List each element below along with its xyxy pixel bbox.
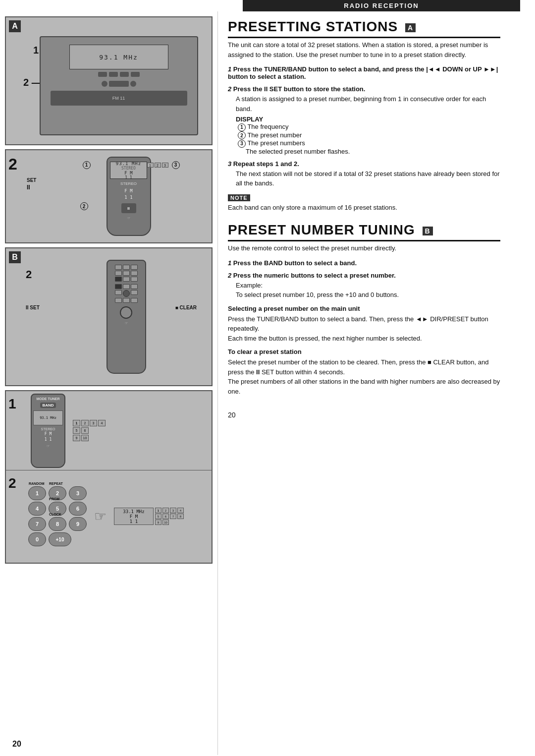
keypad-display: 33.1 MHz F M 1 1 1 2 3 4: [114, 508, 184, 525]
section-b: PRESET NUMBER TUNING B Use the remote co…: [228, 222, 500, 396]
key-1-label: RANDOM: [29, 482, 45, 485]
note-text: Each band can only store a maximum of 16…: [228, 203, 500, 213]
display-item-3: 3 The preset numbers: [238, 139, 500, 148]
key-plus10: +10: [49, 532, 71, 546]
page-number: 20: [228, 411, 500, 419]
section-a-desc: The unit can store a total of 32 preset …: [228, 40, 500, 59]
key-3: 3: [69, 486, 87, 500]
remote-screen-set: 93.1 MHz STEREO F M 1 1: [110, 162, 147, 179]
step-b-2-body: Example: To select preset number 10, pre…: [236, 281, 500, 300]
panel-b-content: 2 II SET ■ CLEAR 1: [6, 248, 212, 385]
step-a-3: 3 Repeat steps 1 and 2. The next station…: [228, 160, 500, 188]
keypad-label-2: 2: [8, 475, 16, 491]
panel-a: A 1 —— 2 —— 93.1 MHz: [5, 16, 213, 145]
panel-set-remote: 2 SET II 93.1 MHz STEREO F M 1 1: [5, 149, 213, 243]
b-ii-set: II SET: [26, 303, 40, 311]
key-8: CLOCK 8: [49, 517, 66, 531]
note-label: NOTE: [228, 194, 250, 201]
panel-numpad: 1 MODE TUNER BAND 93.1 MHz STEREO F M 1 …: [5, 390, 213, 564]
sub-text-main-unit: Press the TUNER/BAND button to select a …: [228, 314, 500, 344]
display-item-2: 2 The preset number: [238, 131, 500, 140]
panel-band: 1 MODE TUNER BAND 93.1 MHz STEREO F M 1 …: [6, 391, 212, 470]
step-a-2-header: 2 Press the II SET button to store the s…: [228, 85, 500, 93]
key-7: 7: [28, 517, 46, 531]
unit-diagram: 93.1 MHz FM 11: [40, 36, 198, 135]
key-5-label: PRGM: [49, 497, 59, 501]
circle-3: 3: [172, 160, 180, 169]
right-column: PRESETTING STATIONS A The unit can store…: [218, 11, 510, 755]
step-a-2: 2 Press the II SET button to store the s…: [228, 85, 500, 155]
section-a-icon: A: [405, 23, 416, 32]
band-preset-display: 1 2 3 4 5 6 9 10: [73, 420, 106, 441]
hand-pointer: ☞: [94, 508, 107, 524]
remote-diagram: 2 SET II 93.1 MHz STEREO F M 1 1: [6, 150, 212, 242]
panel-b: B 2 II SET ■ CLEAR 1: [5, 247, 213, 386]
section-a-title: PRESETTING STATIONS A: [228, 19, 500, 38]
numpad-keys: RANDOM 1 REPEAT 2 3 4 PRGM 5: [28, 486, 87, 546]
remote-tall: ☞: [107, 260, 146, 374]
panel-a-content: 1 —— 2 —— 93.1 MHz: [6, 17, 212, 144]
key-8-label: CLOCK: [49, 513, 61, 516]
sub-section-clear: To clear a preset station Select the pre…: [228, 348, 500, 396]
numpad-row-3: 7 CLOCK 8 9: [28, 517, 87, 531]
key-2-label: REPEAT: [49, 482, 63, 485]
sub-title-main-unit: Selecting a preset number on the main un…: [228, 305, 500, 312]
key-6: 6: [69, 502, 87, 516]
step-a-1-header: 1 Press the TUNER/BAND button to select …: [228, 65, 500, 80]
left-column: A 1 —— 2 —— 93.1 MHz: [0, 11, 218, 755]
section-b-desc: Use the remote control to select the pre…: [228, 243, 500, 253]
step-a-3-header: 3 Repeat steps 1 and 2.: [228, 160, 500, 168]
step-b-2: 2 Press the numeric buttons to select a …: [228, 272, 500, 300]
section-b-icon: B: [423, 227, 433, 235]
header-title: RADIO RECEPTION: [344, 2, 419, 9]
band-label-1: 1: [8, 396, 16, 412]
key-9: 9: [69, 517, 87, 531]
preset-grid: 1 2 3: [147, 163, 169, 168]
sub-title-clear: To clear a preset station: [228, 348, 500, 355]
remote-btn-grid-2: [115, 284, 138, 303]
display-item-1: 1 The frequency: [238, 123, 500, 131]
display-title: DISPLAY: [236, 116, 500, 123]
step-b-1: 1 Press the BAND button to select a band…: [228, 259, 500, 267]
step-a-2-body: A station is assigned to a preset number…: [236, 94, 500, 114]
remote-inline-band: MODE TUNER BAND 93.1 MHz STEREO F M 1 1 …: [31, 394, 65, 468]
section-b-title: PRESET NUMBER TUNING B: [228, 222, 500, 241]
key-1: RANDOM 1: [28, 486, 46, 500]
note-section: NOTE Each band can only store a maximum …: [228, 193, 500, 213]
step-b-1-header: 1 Press the BAND button to select a band…: [228, 259, 500, 267]
step-a-3-body: The next station will not be stored if a…: [236, 169, 500, 188]
circle-2: 2: [80, 202, 88, 211]
page-number-bottom: 20: [12, 740, 21, 749]
set-label: SET: [27, 177, 36, 183]
remote-btn-grid-1: [115, 265, 138, 282]
step-b-2-header: 2 Press the numeric buttons to select a …: [228, 272, 500, 279]
unit-buttons-row: [41, 72, 197, 77]
section-a: PRESETTING STATIONS A The unit can store…: [228, 19, 500, 212]
b-label-2: 2: [26, 268, 32, 281]
panel-keypad: 2 RANDOM 1 REPEAT 2 3: [6, 470, 212, 562]
key-4: 4: [28, 502, 46, 516]
ii-label: II: [27, 184, 30, 191]
big-label-2: 2: [8, 155, 17, 174]
b-clear: ■ CLEAR: [175, 303, 197, 311]
display-note-flash: The selected preset number flashes.: [246, 148, 500, 155]
numpad-row-4: 0 +10: [28, 532, 87, 546]
sub-text-clear: Select the preset number of the station …: [228, 357, 500, 396]
sub-section-main-unit: Selecting a preset number on the main un…: [228, 305, 500, 344]
step-a-1: 1 Press the TUNER/BAND button to select …: [228, 65, 500, 80]
header-bar: RADIO RECEPTION: [243, 0, 520, 11]
remote-body-set: 93.1 MHz STEREO F M 1 1 1 2 3: [107, 157, 151, 236]
key-0: 0: [28, 532, 46, 546]
display-section: DISPLAY 1 The frequency 2 The preset num…: [236, 116, 500, 155]
circle-1: 1: [83, 160, 91, 169]
unit-screen: 93.1 MHz: [69, 45, 168, 69]
remote-circle-btn: [120, 306, 132, 319]
